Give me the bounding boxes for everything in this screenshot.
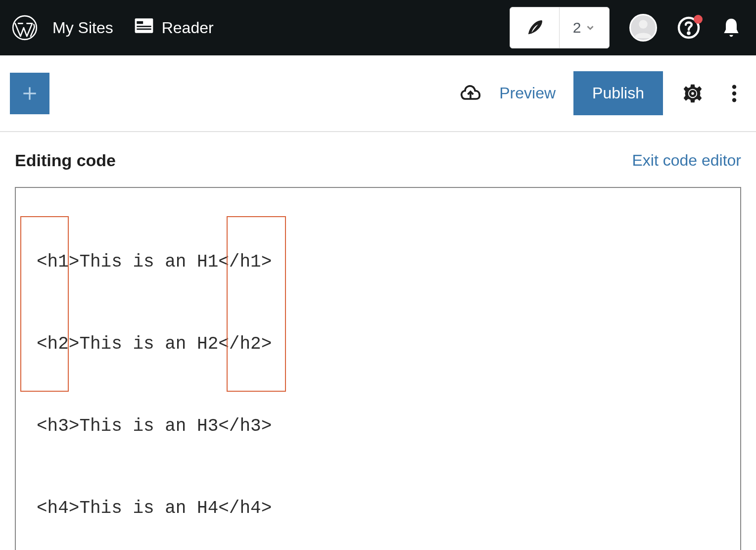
add-block-button[interactable] <box>10 73 49 114</box>
svg-rect-3 <box>137 26 151 27</box>
reader-nav[interactable]: Reader <box>128 15 219 41</box>
write-widget[interactable]: 2 <box>510 7 610 48</box>
svg-rect-4 <box>137 29 151 30</box>
settings-button[interactable] <box>681 83 705 104</box>
more-vertical-icon <box>732 83 737 104</box>
chevron-down-icon <box>585 22 596 33</box>
write-count: 2 <box>573 19 581 36</box>
reader-icon <box>133 15 155 41</box>
svg-point-7 <box>688 32 689 34</box>
code-line: <h4>This is an H4</h4> <box>37 500 719 517</box>
masterbar: My Sites Reader 2 <box>0 0 756 55</box>
gear-icon <box>682 83 704 104</box>
svg-rect-2 <box>137 21 143 24</box>
save-draft-button[interactable] <box>460 83 481 104</box>
notifications-button[interactable] <box>720 17 742 39</box>
exit-code-editor-link[interactable]: Exit code editor <box>632 151 741 170</box>
reader-label: Reader <box>162 19 214 37</box>
notification-dot <box>694 15 703 24</box>
my-sites-label: My Sites <box>52 19 113 37</box>
code-line: <h3>This is an H3</h3> <box>37 417 719 435</box>
masterbar-left: My Sites Reader <box>12 15 219 41</box>
editing-code-heading: Editing code <box>15 151 116 170</box>
preview-button[interactable]: Preview <box>499 84 556 102</box>
code-line: <h1>This is an H1</h1> <box>37 253 719 271</box>
write-count-dropdown[interactable]: 2 <box>560 7 609 48</box>
masterbar-right: 2 <box>510 7 742 48</box>
svg-point-13 <box>732 98 736 102</box>
cloud-upload-icon <box>460 83 481 104</box>
write-icon <box>510 7 560 48</box>
code-editor-textarea[interactable]: <h1>This is an H1</h1> <h2>This is an H2… <box>15 187 741 550</box>
publish-button[interactable]: Publish <box>573 71 663 115</box>
plus-icon <box>20 84 39 103</box>
svg-point-5 <box>639 20 648 29</box>
svg-point-11 <box>732 85 736 89</box>
avatar[interactable] <box>629 14 657 42</box>
wordpress-logo-icon[interactable] <box>12 15 38 41</box>
editor-toolbar: Preview Publish <box>0 55 756 132</box>
more-options-button[interactable] <box>722 83 746 104</box>
editor-header: Editing code Exit code editor <box>15 151 741 170</box>
code-content: <h1>This is an H1</h1> <h2>This is an H2… <box>37 218 719 550</box>
editor-area: Editing code Exit code editor <h1>This i… <box>0 132 756 550</box>
help-button[interactable] <box>677 16 701 40</box>
toolbar-right: Preview Publish <box>460 71 746 115</box>
code-line: <h2>This is an H2</h2> <box>37 335 719 353</box>
bell-icon <box>720 17 742 39</box>
svg-point-12 <box>732 91 736 95</box>
my-sites-nav[interactable]: My Sites <box>47 19 118 37</box>
